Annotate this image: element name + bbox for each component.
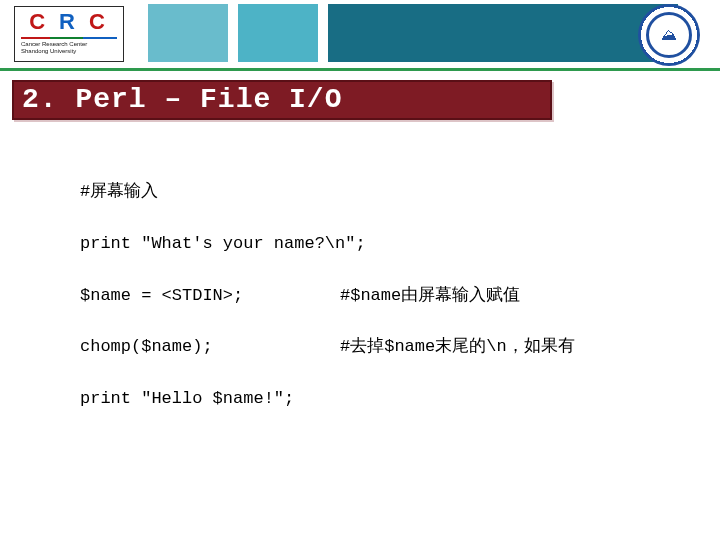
code-line: chomp($name); #去掉$name末尾的\n，如果有: [80, 335, 575, 359]
block-dark: [328, 4, 678, 62]
logo-letter-c2: C: [89, 9, 119, 34]
code-comment: #$name由屏幕输入赋值: [340, 284, 520, 308]
seal-mountain-icon: ⛰: [661, 27, 677, 43]
code-text: chomp($name);: [80, 335, 340, 359]
code-line: #屏幕输入: [80, 180, 575, 204]
slide-title: 2. Perl – File I/O: [12, 80, 552, 120]
logo-letter-r: R: [59, 9, 89, 34]
code-comment: #去掉$name末尾的\n，如果有: [340, 335, 575, 359]
code-text: #屏幕输入: [80, 180, 340, 204]
slide-header: CRC Cancer Research Center Shandong Univ…: [0, 0, 720, 72]
code-line: print "What's your name?\n";: [80, 232, 575, 256]
logo-subtitle-1: Cancer Research Center: [15, 41, 123, 48]
code-text: print "What's your name?\n";: [80, 232, 366, 256]
code-content: #屏幕输入 print "What's your name?\n"; $name…: [80, 180, 575, 439]
code-text: $name = <STDIN>;: [80, 284, 340, 308]
header-underline: [0, 68, 720, 71]
logo-divider: [21, 37, 117, 39]
block-light: [148, 4, 228, 62]
block-mid: [238, 4, 318, 62]
logo-letter-c: C: [29, 9, 59, 34]
crc-logo: CRC Cancer Research Center Shandong Univ…: [14, 6, 124, 62]
code-line: print "Hello $name!";: [80, 387, 575, 411]
code-line: $name = <STDIN>; #$name由屏幕输入赋值: [80, 284, 575, 308]
code-text: print "Hello $name!";: [80, 387, 340, 411]
color-blocks: [148, 4, 720, 62]
logo-subtitle-2: Shandong University: [15, 48, 123, 55]
university-seal-icon: ⛰: [638, 4, 700, 66]
